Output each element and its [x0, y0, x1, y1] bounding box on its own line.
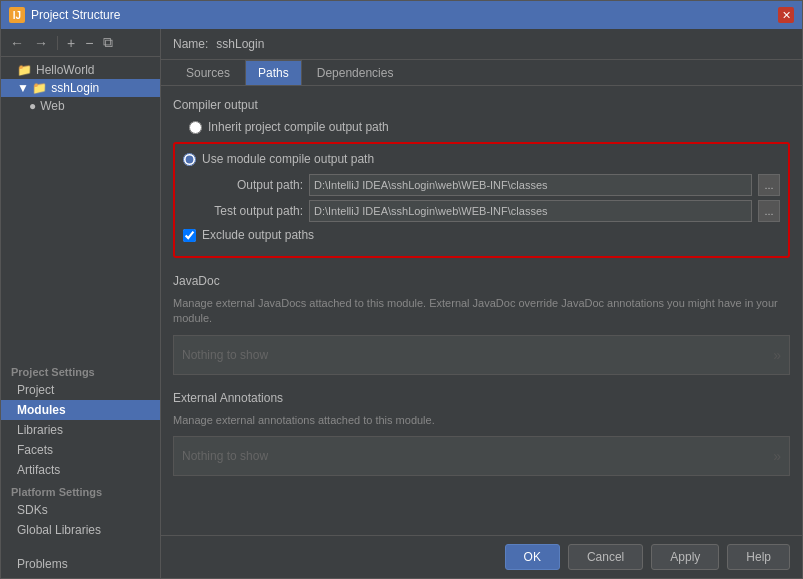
folder-icon: ▼ 📁 [17, 81, 47, 95]
name-field-label: Name: [173, 37, 208, 51]
sidebar-item-project[interactable]: Project [1, 380, 160, 400]
external-annotations-section: External Annotations Manage external ann… [173, 391, 790, 476]
sidebar-sections: Project Settings Project Modules Librari… [1, 356, 160, 578]
output-path-browse-button[interactable]: ... [758, 174, 780, 196]
test-output-path-row: Test output path: ... [183, 200, 780, 222]
javadoc-section: JavaDoc Manage external JavaDocs attache… [173, 274, 790, 375]
output-path-input[interactable] [309, 174, 752, 196]
project-structure-window: IJ Project Structure ✕ ← → + − ⧉ 📁 Hello… [0, 0, 803, 579]
apply-button[interactable]: Apply [651, 544, 719, 570]
tab-sources[interactable]: Sources [173, 60, 243, 85]
tree-item-sshlogin[interactable]: ▼ 📁 sshLogin [1, 79, 160, 97]
javadoc-nothing-label: Nothing to show [182, 348, 268, 362]
name-row: Name: sshLogin [161, 29, 802, 60]
name-field-value: sshLogin [216, 37, 264, 51]
external-annotations-label: External Annotations [173, 391, 790, 405]
tree-item-helloworld[interactable]: 📁 HelloWorld [1, 61, 160, 79]
forward-button[interactable]: → [31, 34, 51, 52]
toolbar-separator [57, 36, 58, 50]
inherit-radio-row: Inherit project compile output path [189, 120, 774, 134]
compiler-output-label: Compiler output [173, 98, 790, 112]
module-tree: 📁 HelloWorld ▼ 📁 sshLogin ● Web [1, 57, 160, 356]
javadoc-description: Manage external JavaDocs attached to thi… [173, 296, 790, 327]
help-button[interactable]: Help [727, 544, 790, 570]
inherit-radio[interactable] [189, 121, 202, 134]
title-bar: IJ Project Structure ✕ [1, 1, 802, 29]
sidebar-item-libraries[interactable]: Libraries [1, 420, 160, 440]
bottom-bar: OK Cancel Apply Help [161, 535, 802, 578]
use-module-radio-label: Use module compile output path [202, 152, 374, 166]
test-output-path-label: Test output path: [183, 204, 303, 218]
output-path-row: Output path: ... [183, 174, 780, 196]
sidebar-item-problems[interactable]: Problems [1, 554, 160, 574]
sidebar-toolbar: ← → + − ⧉ [1, 29, 160, 57]
tree-item-label: Web [40, 99, 64, 113]
sidebar-item-sdks[interactable]: SDKs [1, 500, 160, 520]
panel-content: Compiler output Inherit project compile … [161, 86, 802, 535]
project-settings-label: Project Settings [1, 360, 160, 380]
sidebar-item-global-libraries[interactable]: Global Libraries [1, 520, 160, 540]
tree-item-label: sshLogin [51, 81, 99, 95]
app-icon: IJ [9, 7, 25, 23]
tree-item-web[interactable]: ● Web [1, 97, 160, 115]
use-module-radio-row: Use module compile output path [183, 152, 780, 166]
output-path-label: Output path: [183, 178, 303, 192]
test-output-path-input[interactable] [309, 200, 752, 222]
tab-paths[interactable]: Paths [245, 60, 302, 85]
sidebar: ← → + − ⧉ 📁 HelloWorld ▼ 📁 sshLogin ● [1, 29, 161, 578]
folder-icon: 📁 [17, 63, 32, 77]
ext-annotations-nothing-box: Nothing to show » [173, 436, 790, 476]
copy-module-button[interactable]: ⧉ [100, 33, 116, 52]
window-title: Project Structure [31, 8, 120, 22]
ext-annotations-arrow-icon: » [773, 448, 781, 464]
sidebar-item-modules[interactable]: Modules [1, 400, 160, 420]
use-module-radio[interactable] [183, 153, 196, 166]
exclude-label: Exclude output paths [202, 228, 314, 242]
external-annotations-description: Manage external annotations attached to … [173, 413, 790, 428]
platform-settings-label: Platform Settings [1, 480, 160, 500]
exclude-checkbox[interactable] [183, 229, 196, 242]
title-bar-left: IJ Project Structure [9, 7, 120, 23]
tabs-row: Sources Paths Dependencies [161, 60, 802, 86]
web-icon: ● [29, 99, 36, 113]
exclude-checkbox-row: Exclude output paths [183, 228, 780, 242]
main-content: ← → + − ⧉ 📁 HelloWorld ▼ 📁 sshLogin ● [1, 29, 802, 578]
right-panel: Name: sshLogin Sources Paths Dependencie… [161, 29, 802, 578]
javadoc-nothing-box: Nothing to show » [173, 335, 790, 375]
use-module-section: Use module compile output path Output pa… [173, 142, 790, 258]
javadoc-arrow-icon: » [773, 347, 781, 363]
back-button[interactable]: ← [7, 34, 27, 52]
ext-annotations-nothing-label: Nothing to show [182, 449, 268, 463]
inherit-radio-label: Inherit project compile output path [208, 120, 389, 134]
ok-button[interactable]: OK [505, 544, 560, 570]
add-module-button[interactable]: + [64, 34, 78, 52]
remove-module-button[interactable]: − [82, 34, 96, 52]
close-button[interactable]: ✕ [778, 7, 794, 23]
cancel-button[interactable]: Cancel [568, 544, 643, 570]
javadoc-label: JavaDoc [173, 274, 790, 288]
test-output-path-browse-button[interactable]: ... [758, 200, 780, 222]
tab-dependencies[interactable]: Dependencies [304, 60, 407, 85]
sidebar-item-artifacts[interactable]: Artifacts [1, 460, 160, 480]
tree-item-label: HelloWorld [36, 63, 94, 77]
sidebar-item-facets[interactable]: Facets [1, 440, 160, 460]
